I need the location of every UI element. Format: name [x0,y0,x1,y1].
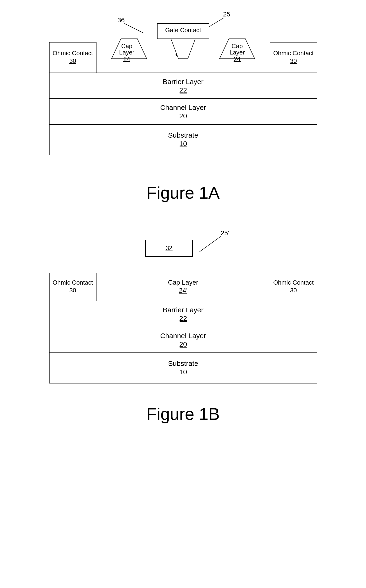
substrate-label: Substrate [168,131,198,139]
cap-layer-1b-num: 24' [179,287,187,294]
barrier-num-1b: 22 [179,314,187,322]
cap-layer-left-label2: Layer [119,49,134,56]
channel-label-1b: Channel Layer [160,332,206,340]
cap-layer-right-label: Cap [231,43,243,50]
ref-25: 25 [223,11,230,18]
gate-contact-label: Gate Contact [165,27,201,34]
ohmic-contact-right-label: Ohmic Contact [273,50,314,57]
figure-1a-diagram: 36 25 Gate Contact 32 Cap Layer 24 Cap L… [42,9,324,174]
fig1a-caption: Figure 1A [146,183,220,202]
substrate-label-1b: Substrate [168,359,198,367]
gate-32-label: 32 [166,244,172,252]
svg-line-0 [124,23,143,33]
cap-layer-right-label2: Layer [229,49,245,56]
channel-label: Channel Layer [160,104,206,111]
ohmic-left-num-1b: 30 [69,287,76,294]
barrier-label-1b: Barrier Layer [163,306,203,314]
ohmic-right-label-1b: Ohmic Contact [273,279,314,286]
channel-layer-1b [49,327,317,353]
barrier-layer [49,73,317,99]
ref-25prime: 25' [221,229,229,237]
figure-1b-diagram: 25' 32 Ohmic Contact 30 Cap Layer 24' Oh… [42,226,324,395]
ohmic-left-label-1b: Ohmic Contact [53,279,93,286]
barrier-label: Barrier Layer [163,78,203,85]
cap-layer-left-label: Cap [121,43,132,50]
fig1b-caption: Figure 1B [146,404,220,424]
ohmic-contact-left-label: Ohmic Contact [53,50,93,57]
svg-line-1 [206,18,224,28]
ohmic-right-num-1b: 30 [290,287,297,294]
substrate-num: 10 [179,140,187,147]
barrier-num: 22 [179,86,187,94]
substrate-num-1b: 10 [179,368,187,376]
gate-metal [171,39,195,59]
cap-layer-1b-label: Cap Layer [168,279,198,286]
barrier-layer-1b [49,301,317,327]
ref-36: 36 [117,16,125,24]
svg-line-13 [199,237,221,252]
channel-num-1b: 20 [179,340,187,348]
channel-layer [49,99,317,124]
channel-num: 20 [179,112,187,120]
